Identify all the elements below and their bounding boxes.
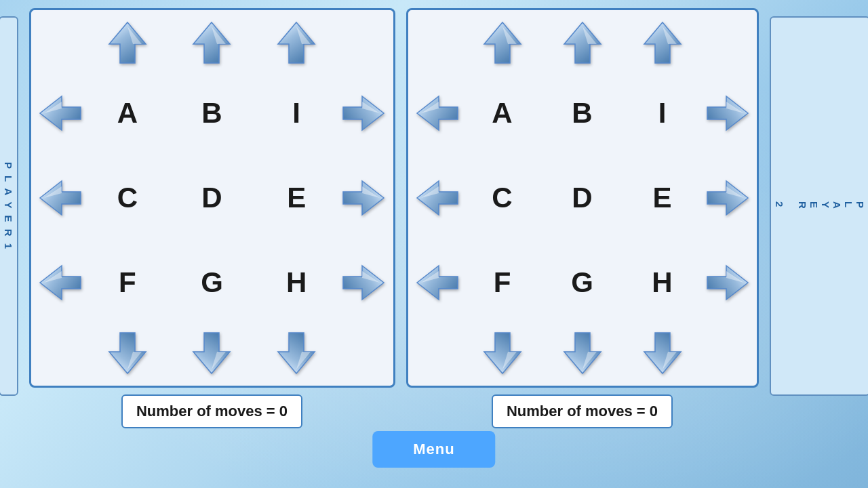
left-arrow-1-3[interactable] [37,241,84,323]
right-arrow-1-3[interactable] [340,241,387,323]
svg-marker-10 [40,181,81,215]
cell-C1: C [87,157,169,239]
board1-wrapper: A B I [29,8,395,428]
svg-marker-14 [40,266,81,300]
up-arrow-2-2[interactable] [544,16,621,70]
cell-F1: F [87,241,169,323]
up-arrow-1-3[interactable] [256,16,338,70]
svg-marker-30 [417,96,458,130]
cell-G2: G [544,241,621,323]
up-arrow-1-2[interactable] [171,16,253,70]
down-arrow-1-3[interactable] [256,326,338,380]
left-arrow-2-2[interactable] [414,157,461,239]
up-arrow-2-1[interactable] [464,16,541,70]
svg-marker-16 [343,266,384,300]
board1: A B I [29,8,395,388]
svg-marker-36 [707,181,748,215]
right-arrow-2-3[interactable] [704,241,751,323]
cell-B2: B [544,73,621,155]
cell-C2: C [464,157,541,239]
left-arrow-1-2[interactable] [37,157,84,239]
right-arrow-1-1[interactable] [340,73,387,155]
right-arrow-2-1[interactable] [704,73,751,155]
cell-H1: H [256,241,338,323]
down-arrow-2-1[interactable] [464,326,541,380]
cell-A1: A [87,73,169,155]
left-arrow-1-1[interactable] [37,73,84,155]
cell-I2: I [624,73,701,155]
cell-D1: D [171,157,253,239]
down-arrow-2-2[interactable] [544,326,621,380]
player2-label: PLAYER 2 [770,16,869,396]
board2: A B I C D E [406,8,759,388]
down-arrow-1-2[interactable] [171,326,253,380]
player1-label: P L A Y E R 1 [0,16,18,396]
corner-bl1 [37,326,84,380]
cell-H2: H [624,241,701,323]
cell-E1: E [256,157,338,239]
menu-button[interactable]: Menu [372,431,495,468]
svg-marker-12 [343,181,384,215]
up-arrow-1-1[interactable] [87,16,169,70]
corner-tl2 [414,16,461,70]
cell-D2: D [544,157,621,239]
player1-moves: Number of moves = 0 [121,394,302,428]
cell-G1: G [171,241,253,323]
corner-tl1 [37,16,84,70]
board2-wrapper: A B I C D E [406,8,759,428]
cell-I1: I [256,73,338,155]
down-arrow-2-3[interactable] [624,326,701,380]
svg-marker-6 [40,96,81,130]
corner-tr1 [340,16,387,70]
corner-br2 [704,326,751,380]
player2-moves: Number of moves = 0 [492,394,673,428]
svg-marker-38 [417,266,458,300]
cell-B1: B [171,73,253,155]
down-arrow-1-1[interactable] [87,326,169,380]
left-arrow-2-3[interactable] [414,241,461,323]
cell-F2: F [464,241,541,323]
corner-tr2 [704,16,751,70]
svg-marker-40 [707,266,748,300]
svg-marker-8 [343,96,384,130]
svg-marker-34 [417,181,458,215]
right-arrow-2-2[interactable] [704,157,751,239]
corner-br1 [340,326,387,380]
up-arrow-2-3[interactable] [624,16,701,70]
cell-E2: E [624,157,701,239]
svg-marker-32 [707,96,748,130]
right-arrow-1-2[interactable] [340,157,387,239]
left-arrow-2-1[interactable] [414,73,461,155]
corner-bl2 [414,326,461,380]
game-container: P L A Y E R 1 [0,0,868,436]
cell-A2: A [464,73,541,155]
